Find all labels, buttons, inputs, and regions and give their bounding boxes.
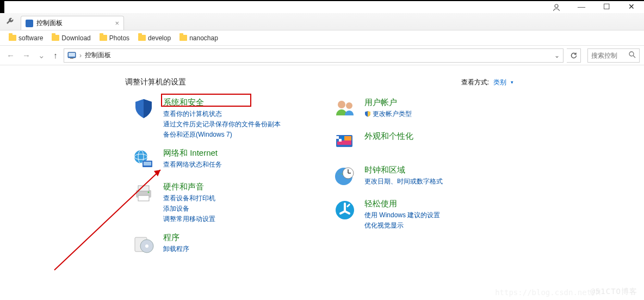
bookmark-item[interactable]: develop [135,33,174,43]
bookmark-item[interactable]: Photos [96,33,133,43]
forward-button[interactable]: → [20,50,33,61]
window-controls: — ☐ ✕ [544,1,644,13]
svg-line-5 [633,56,635,58]
category-appearance: 外观和个性化 [332,131,511,157]
search-icon[interactable] [629,51,636,60]
left-column: 系统和安全 查看你的计算机状态 通过文件历史记录保存你的文件备份副本 备份和还原… [131,97,310,266]
category-link[interactable]: 使用 Windows 建议的设置 [364,210,440,221]
link-text: 更改帐户类型 [373,110,412,118]
uac-shield-icon [364,111,371,117]
svg-rect-2 [69,53,75,57]
category-heading[interactable]: 硬件和声音 [163,182,204,191]
viewmode-value[interactable]: 类别 [493,78,506,87]
breadcrumb-current[interactable]: 控制面板 [85,51,111,60]
recent-dropdown[interactable]: ⌄ [36,50,47,62]
ease-of-access-icon [332,198,358,224]
category-heading[interactable]: 系统和安全 [163,97,204,107]
refresh-button[interactable] [567,48,581,63]
folder-icon [138,35,146,41]
viewmode-label: 查看方式: [461,78,489,87]
control-panel-content: 调整计算机的设置 查看方式: 类别 ▾ 系统和安全 查看你的计算机状态 [0,65,644,300]
explorer-nav-row: ← → ⌄ ↑ › 控制面板 ⌄ [0,46,644,65]
back-button[interactable]: ← [4,50,17,61]
svg-point-19 [346,102,352,109]
svg-point-17 [145,244,148,248]
svg-rect-26 [336,139,339,142]
control-panel-icon [67,52,76,59]
svg-rect-23 [344,136,351,140]
category-link[interactable]: 更改帐户类型 [364,109,412,119]
folder-icon [179,35,187,41]
clock-globe-icon [332,164,358,191]
category-link[interactable]: 优化视觉显示 [364,221,440,231]
bookmark-label: Photos [109,34,129,42]
folder-icon [9,35,16,41]
category-link[interactable]: 卸载程序 [163,244,189,254]
search-input[interactable] [591,52,623,59]
search-box[interactable] [587,48,640,63]
content-header: 调整计算机的设置 查看方式: 类别 ▾ [0,77,644,97]
bookmark-label: software [18,34,43,42]
view-mode: 查看方式: 类别 ▾ [461,78,622,87]
category-link[interactable]: 查看设备和打印机 [163,193,215,204]
folder-icon [52,35,59,41]
svg-point-4 [629,52,634,56]
svg-rect-24 [336,136,339,139]
svg-point-18 [338,101,345,108]
svg-rect-10 [144,162,151,166]
tab-favicon [26,20,33,27]
category-link[interactable]: 添加设备 [163,204,215,214]
tab-close-button[interactable]: × [115,19,119,27]
title-bar: — ☐ ✕ [0,0,644,13]
svg-rect-12 [138,186,149,191]
category-link[interactable]: 备份和还原(Windows 7) [163,130,281,140]
bookmark-label: nanochap [189,34,218,42]
category-hardware-sound: 硬件和声音 查看设备和打印机 添加设备 调整常用移动设置 [131,181,310,224]
bookmark-item[interactable]: nanochap [176,33,221,43]
up-button[interactable]: ↑ [51,50,60,61]
globe-network-icon [131,148,157,174]
svg-point-14 [148,192,150,193]
bookmark-item[interactable]: software [5,33,46,43]
category-user-accounts: 用户帐户 更改帐户类型 [332,97,511,123]
titlebar-accent [0,1,4,13]
svg-rect-27 [339,139,342,142]
category-link[interactable]: 调整常用移动设置 [163,214,215,224]
breadcrumb-sep: › [79,52,82,59]
category-link[interactable]: 查看你的计算机状态 [163,109,281,119]
watermark: @51CTO博客 [590,287,637,297]
wrench-icon[interactable] [5,16,15,28]
category-system-security: 系统和安全 查看你的计算机状态 通过文件历史记录保存你的文件备份副本 备份和还原… [131,97,310,140]
category-heading[interactable]: 程序 [163,232,179,242]
bookmark-item[interactable]: Download [48,33,94,43]
category-ease-of-access: 轻松使用 使用 Windows 建议的设置 优化视觉显示 [332,198,511,231]
category-link[interactable]: 通过文件历史记录保存你的文件备份副本 [163,119,281,130]
bookmarks-bar: software Download Photos develop nanocha… [0,30,644,46]
bookmark-label: Download [61,34,90,42]
category-clock-region: 时钟和区域 更改日期、时间或数字格式 [332,164,511,191]
svg-rect-13 [138,195,149,201]
category-heading[interactable]: 时钟和区域 [364,165,405,174]
minimize-button[interactable]: — [569,1,594,13]
category-link[interactable]: 更改日期、时间或数字格式 [364,176,443,187]
svg-point-0 [555,4,558,8]
browser-tab[interactable]: 控制面板 × [21,16,124,30]
user-icon[interactable] [544,1,569,13]
watermark-url: https://blog.csdn.net/M [495,288,600,297]
category-link[interactable]: 查看网络状态和任务 [163,160,222,170]
category-heading[interactable]: 网络和 Internet [163,148,218,157]
category-heading[interactable]: 轻松使用 [364,199,397,208]
category-network: 网络和 Internet 查看网络状态和任务 [131,148,310,174]
address-bar[interactable]: › 控制面板 ⌄ [64,48,564,63]
disc-box-icon [131,232,157,258]
category-heading[interactable]: 外观和个性化 [364,131,413,140]
folder-icon [100,35,107,41]
chevron-down-icon[interactable]: ▾ [511,79,513,85]
maximize-button[interactable]: ☐ [594,1,619,13]
printer-icon [131,181,157,207]
page-title: 调整计算机的设置 [125,77,186,87]
close-window-button[interactable]: ✕ [619,1,644,13]
tab-title: 控制面板 [36,19,63,28]
category-heading[interactable]: 用户帐户 [364,97,397,107]
address-dropdown[interactable]: ⌄ [554,52,560,59]
